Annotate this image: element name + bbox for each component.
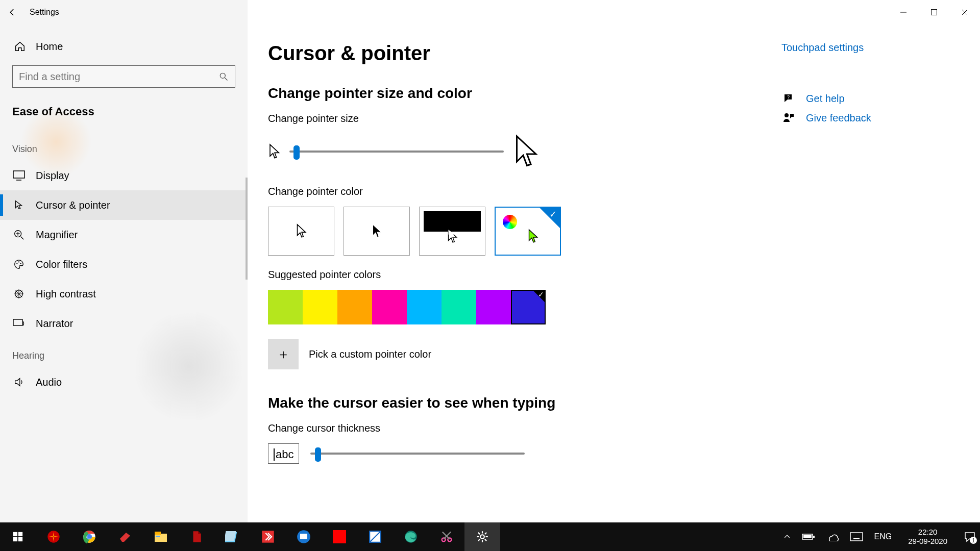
battery-icon[interactable]: [802, 533, 815, 541]
search-input[interactable]: [19, 71, 218, 83]
taskbar-app-explorer[interactable]: [143, 522, 179, 551]
label-suggested-colors: Suggested pointer colors: [268, 269, 773, 281]
taskbar-app-eraser[interactable]: [107, 522, 143, 551]
notification-badge: 1: [970, 537, 977, 544]
pointer-color-white[interactable]: [268, 207, 334, 256]
taskbar-app-snip[interactable]: [429, 522, 464, 551]
link-get-help[interactable]: ? Get help: [781, 92, 949, 105]
sidebar-item-label: Cursor & pointer: [36, 199, 110, 211]
feedback-label: Give feedback: [806, 112, 871, 124]
sidebar-item-cursor[interactable]: Cursor & pointer: [0, 190, 248, 220]
taskbar-app-huawei[interactable]: [36, 522, 71, 551]
sidebar-item-label: Display: [36, 170, 69, 182]
link-give-feedback[interactable]: Give feedback: [781, 112, 949, 124]
svg-rect-31: [155, 534, 167, 542]
pointer-size-thumb[interactable]: [293, 145, 300, 160]
swatch-yellow[interactable]: [303, 290, 337, 324]
sidebar-home[interactable]: Home: [12, 34, 235, 62]
pick-custom-color-button[interactable]: ＋: [268, 339, 299, 369]
close-button[interactable]: [949, 2, 980, 22]
swatch-lime[interactable]: [268, 290, 303, 324]
svg-point-10: [16, 263, 17, 264]
taskbar: ENG 22:20 29-09-2020 1: [0, 522, 980, 551]
search-box[interactable]: [12, 65, 235, 88]
swatch-orange[interactable]: [337, 290, 372, 324]
svg-rect-1: [932, 10, 937, 15]
pointer-size-slider[interactable]: [289, 151, 504, 153]
label-pointer-size: Change pointer size: [268, 113, 773, 124]
sidebar-item-label: Narrator: [36, 318, 73, 330]
svg-line-49: [478, 533, 480, 534]
sidebar-item-high-contrast[interactable]: High contrast: [0, 279, 248, 309]
help-icon: ?: [781, 92, 796, 105]
taskbar-app-pdf[interactable]: [179, 522, 214, 551]
thickness-thumb[interactable]: [315, 447, 321, 462]
sidebar-item-narrator[interactable]: Narrator: [0, 309, 248, 338]
taskbar-app-settings[interactable]: [464, 522, 500, 551]
sidebar-item-label: Color filters: [36, 259, 87, 270]
svg-rect-54: [813, 536, 815, 538]
sidebar-item-label: High contrast: [36, 288, 96, 300]
svg-rect-4: [13, 171, 24, 178]
start-button[interactable]: [0, 522, 36, 551]
pointer-color-custom[interactable]: ✓: [495, 207, 561, 256]
sidebar-item-label: Magnifier: [36, 229, 78, 241]
sidebar-scrollbar[interactable]: [246, 178, 248, 280]
taskbar-app-anydesk[interactable]: [250, 522, 286, 551]
svg-point-12: [20, 263, 21, 264]
svg-rect-21: [13, 532, 17, 536]
svg-line-52: [478, 539, 480, 541]
magnifier-icon: [12, 228, 26, 241]
label-pointer-color: Change pointer color: [268, 186, 773, 197]
taskbar-app-notes[interactable]: [214, 522, 250, 551]
taskbar-app-screen[interactable]: [286, 522, 322, 551]
onedrive-icon[interactable]: [826, 532, 839, 541]
taskbar-clock[interactable]: 22:20 29-09-2020: [903, 528, 952, 546]
maximize-button[interactable]: [919, 2, 949, 22]
svg-point-44: [480, 535, 484, 539]
language-indicator[interactable]: ENG: [874, 532, 892, 541]
tray-overflow-icon[interactable]: [783, 533, 791, 540]
svg-line-50: [485, 539, 486, 541]
sidebar-item-audio[interactable]: Audio: [0, 367, 248, 397]
action-center-icon[interactable]: 1: [964, 531, 976, 543]
keyboard-icon[interactable]: [850, 532, 863, 541]
swatch-magenta[interactable]: [372, 290, 407, 324]
taskbar-app-chrome[interactable]: [71, 522, 107, 551]
svg-rect-56: [850, 533, 863, 541]
svg-rect-23: [13, 537, 17, 541]
taskbar-app-image[interactable]: [357, 522, 393, 551]
swatch-sky[interactable]: [407, 290, 442, 324]
back-button[interactable]: [0, 0, 24, 24]
swatch-blue[interactable]: ✓: [511, 290, 546, 324]
pointer-color-inverted[interactable]: [419, 207, 485, 256]
pointer-color-black[interactable]: [344, 207, 410, 256]
taskbar-app-edge[interactable]: [393, 522, 429, 551]
sidebar-home-label: Home: [36, 41, 63, 53]
pointer-small-icon: [268, 143, 280, 160]
minimize-button[interactable]: [888, 2, 919, 22]
narrator-icon: [12, 317, 26, 330]
section-size-color: Change pointer size and color: [268, 85, 773, 102]
sidebar-item-magnifier[interactable]: Magnifier: [0, 220, 248, 249]
sidebar-item-color-filters[interactable]: Color filters: [0, 249, 248, 279]
svg-rect-55: [803, 535, 812, 538]
svg-rect-18: [13, 319, 22, 325]
cursor-icon: [12, 198, 26, 212]
display-icon: [12, 169, 26, 182]
svg-rect-38: [300, 534, 307, 539]
window-title: Settings: [24, 8, 59, 17]
sidebar-section-title: Ease of Access: [12, 100, 235, 132]
link-touchpad-settings[interactable]: Touchpad settings: [781, 42, 949, 54]
section-cursor-typing: Make the cursor easier to see when typin…: [268, 395, 773, 411]
sidebar: Home Ease of Access Vision Display: [0, 24, 248, 522]
svg-point-2: [220, 73, 225, 78]
svg-rect-22: [18, 532, 22, 536]
sidebar-item-display[interactable]: Display: [0, 161, 248, 190]
taskbar-app-red[interactable]: [322, 522, 357, 551]
thickness-preview: abc: [268, 443, 299, 464]
swatch-purple[interactable]: [476, 290, 511, 324]
thickness-slider[interactable]: [310, 453, 525, 455]
swatch-teal[interactable]: [442, 290, 476, 324]
label-thickness: Change cursor thickness: [268, 422, 773, 434]
